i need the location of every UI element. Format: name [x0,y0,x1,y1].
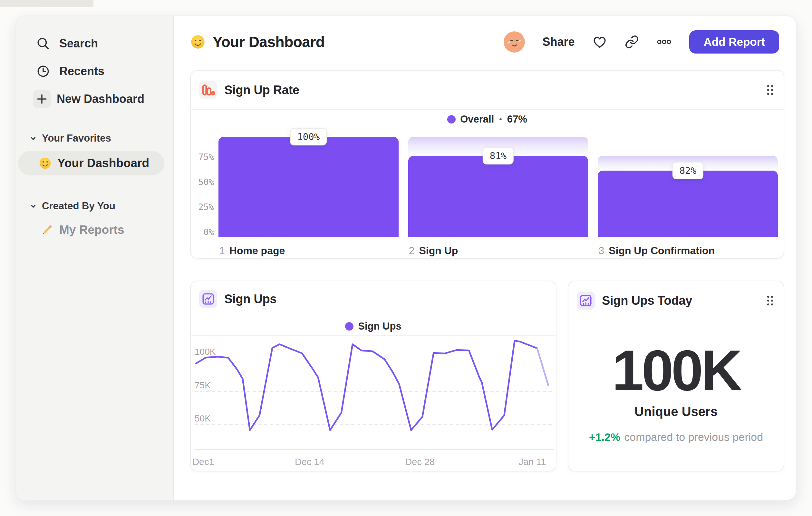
sidebar-item-search[interactable]: Search [16,30,173,57]
line-y-tick: 75K [195,380,211,390]
window-top-strip [0,0,93,7]
metric-label: Unique Users [569,404,784,419]
sidebar-item-your-dashboard[interactable]: Your Dashboard [18,151,164,175]
sidebar-item-label: Recents [59,64,105,78]
funnel-bar-home-page[interactable]: 100% 1 Home page [219,137,399,237]
delta-value: +1.2% [589,431,620,443]
legend-dot [447,115,456,124]
sidebar-item-label: Search [59,37,98,50]
sidebar-section-created-by-you[interactable]: Created By You [16,196,173,216]
step-name: Home page [229,245,285,257]
funnel-y-tick: 50% [191,177,214,188]
funnel-value-chip: 100% [290,128,327,145]
funnel-solid-bar [408,156,588,237]
add-report-button[interactable]: Add Report [689,30,779,54]
funnel-step-label: 1 Home page [219,245,285,257]
link-icon[interactable] [625,35,639,49]
slightly-smiling-face-emoji [190,34,206,50]
line-chart-icon [577,292,595,309]
sign-ups-card: Sign Ups Sign Ups 100K75K50K Dec1Dec 14D… [190,280,556,471]
line-x-tick: Dec 28 [405,457,435,467]
slightly-smiling-face-emoji [39,157,52,170]
drag-handle-icon[interactable] [766,84,774,96]
sidebar-item-recents[interactable]: Recents [16,57,173,85]
drag-handle-icon[interactable] [766,295,774,306]
sign-up-rate-card: Sign Up Rate Overall • 67% 75%50%25%0% 1… [190,70,784,259]
share-button[interactable]: Share [542,35,575,49]
plus-icon [33,90,51,108]
legend-label: Overall [460,113,494,125]
search-icon [33,33,54,54]
funnel-y-tick: 25% [191,201,214,213]
funnel-legend: Overall • 67% [191,110,784,129]
metric-value: 100K [569,342,784,399]
funnel-plot: 100% 1 Home page 81% 2 Sign Up 82% [219,137,778,237]
funnel-bar-sign-up-confirmation[interactable]: 82% 3 Sign Up Confirmation [598,137,778,237]
sign-ups-today-card: Sign Ups Today 100K Unique Users +1.2%co… [568,280,784,471]
line-x-tick: Dec 14 [295,457,324,467]
page-header: Your Dashboard Share Add Report [190,16,779,68]
clock-icon [33,61,54,82]
chevron-down-icon [29,134,37,142]
funnel-solid-bar [598,171,778,237]
funnel-value-chip: 82% [672,162,703,179]
sidebar-item-label: My Reports [59,223,124,237]
card-header: Sign Ups Today [569,281,784,320]
line-y-tick: 50K [195,413,211,424]
line-y-tick: 100K [195,347,215,357]
legend-separator: • [499,115,502,124]
metric-delta-row: +1.2%compared to previous period [569,431,784,443]
more-options-icon[interactable] [656,34,672,50]
sidebar-item-new-dashboard[interactable]: New Dashboard [16,85,173,113]
sidebar-section-your-favorites[interactable]: Your Favorites [16,128,173,148]
bar-chart-icon [199,81,217,99]
line-chart-plot[interactable] [191,281,557,472]
step-number: 2 [409,245,415,257]
step-name: Sign Up [419,245,458,257]
step-number: 1 [219,245,225,257]
sidebar-item-my-reports[interactable]: My Reports [18,219,164,241]
step-name: Sign Up Confirmation [609,245,715,257]
chevron-down-icon [29,202,37,210]
sidebar-section-label: Created By You [42,200,115,212]
sidebar-section-label: Your Favorites [42,133,111,144]
delta-note: compared to previous period [624,431,763,443]
funnel-y-tick: 0% [191,227,214,238]
funnel-step-label: 3 Sign Up Confirmation [598,245,715,257]
avatar[interactable] [504,31,525,53]
sidebar-item-label: New Dashboard [57,92,144,106]
funnel-solid-bar [219,137,399,237]
line-x-tick: Dec1 [192,457,214,467]
main-panel: Search Recents New Dashboard Your Favori… [16,16,796,500]
funnel-bar-sign-up[interactable]: 81% 2 Sign Up [408,137,588,237]
heart-icon[interactable] [592,34,607,50]
funnel-step-label: 2 Sign Up [409,245,458,257]
funnel-value-chip: 81% [483,147,514,164]
card-title: Sign Ups Today [602,294,692,308]
card-header: Sign Up Rate [191,71,784,109]
page-title: Your Dashboard [213,33,324,51]
sidebar-item-label: Your Dashboard [57,156,149,170]
legend-value: 67% [507,113,527,125]
sidebar: Search Recents New Dashboard Your Favori… [16,16,174,500]
funnel-y-tick: 75% [191,152,214,163]
pencil-emoji [40,223,54,236]
line-x-tick: Jan 11 [518,457,546,467]
card-title: Sign Up Rate [224,83,299,97]
step-number: 3 [598,245,604,257]
